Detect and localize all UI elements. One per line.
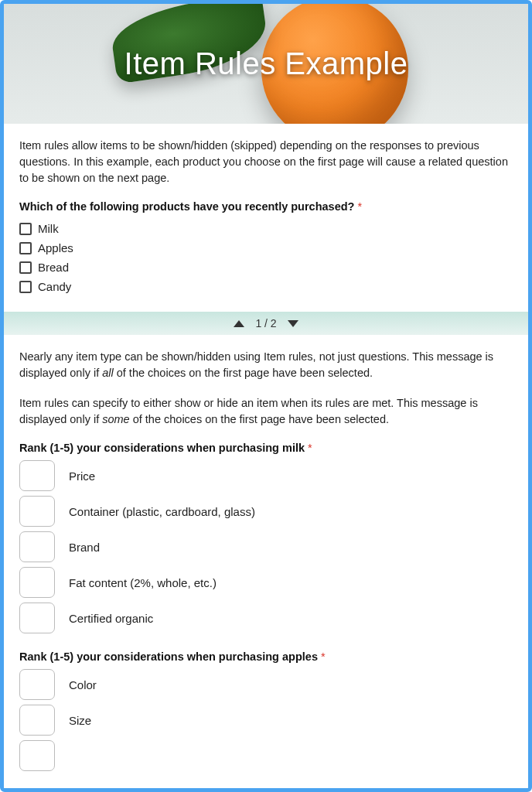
form-frame: Item Rules Example Item rules allow item… (0, 0, 532, 792)
rank-input[interactable] (19, 740, 55, 771)
checkbox-icon[interactable] (19, 261, 32, 274)
rank-input[interactable] (19, 705, 55, 736)
checkbox-item-bread[interactable]: Bread (19, 258, 513, 277)
form-header-banner: Item Rules Example (4, 4, 528, 124)
question-rank-milk-title: Rank (1-5) your considerations when purc… (19, 442, 513, 454)
rank-label: Certified organic (69, 612, 153, 625)
checkbox-label: Milk (38, 222, 59, 235)
question-products-title: Which of the following products have you… (19, 200, 513, 213)
required-marker: * (308, 442, 312, 454)
checkbox-icon[interactable] (19, 223, 32, 235)
checkbox-label: Candy (38, 280, 71, 293)
required-marker: * (357, 200, 362, 213)
rank-input[interactable] (19, 496, 55, 527)
checkbox-icon[interactable] (19, 242, 32, 254)
rank-input[interactable] (19, 567, 55, 598)
rank-item: Size (19, 705, 513, 736)
checkbox-list-products: Milk Apples Bread Candy (19, 219, 513, 296)
checkbox-item-milk[interactable]: Milk (19, 219, 513, 238)
rank-label: Size (69, 714, 91, 727)
msg2-post: of the choices on the first page have be… (130, 413, 389, 425)
rank-item: Container (plastic, cardboard, glass) (19, 496, 513, 527)
rank-input[interactable] (19, 603, 55, 633)
rank-item (19, 740, 513, 771)
required-marker: * (321, 650, 326, 663)
page-1-intro: Item rules allow items to be shown/hidde… (19, 138, 513, 186)
checkbox-label: Bread (38, 261, 69, 274)
rank-input[interactable] (19, 460, 55, 491)
msg1-post: of the choices on the first page have be… (114, 367, 373, 379)
pager-label: 1 / 2 (255, 317, 276, 329)
rank-input[interactable] (19, 531, 55, 562)
question-products-text: Which of the following products have you… (19, 200, 354, 213)
rank-label: Brand (69, 541, 100, 554)
rank-label: Fat content (2%, whole, etc.) (69, 576, 217, 589)
rank-label: Color (69, 678, 97, 691)
rank-list-apples: Color Size (19, 669, 513, 771)
rank-input[interactable] (19, 669, 55, 700)
checkbox-item-candy[interactable]: Candy (19, 277, 513, 296)
checkbox-label: Apples (38, 241, 73, 254)
rank-item: Price (19, 460, 513, 491)
msg2-em: some (102, 413, 129, 425)
question-rank-milk-text: Rank (1-5) your considerations when purc… (19, 442, 305, 454)
question-rank-apples-title: Rank (1-5) your considerations when purc… (19, 650, 513, 663)
rank-item: Color (19, 669, 513, 700)
triangle-down-icon[interactable] (288, 320, 298, 327)
page-2-message-all: Nearly any item type can be shown/hidden… (19, 349, 513, 381)
checkbox-icon[interactable] (19, 281, 32, 293)
rank-label: Price (69, 469, 95, 483)
rank-item: Fat content (2%, whole, etc.) (19, 567, 513, 598)
page-separator: 1 / 2 (4, 312, 528, 335)
page-2-message-some: Item rules can specify to either show or… (19, 395, 513, 428)
page-2-section: Nearly any item type can be shown/hidden… (4, 335, 528, 788)
form-title: Item Rules Example (124, 46, 408, 81)
page-1-section: Item rules allow items to be shown/hidde… (4, 124, 528, 312)
msg1-em: all (102, 367, 114, 379)
checkbox-item-apples[interactable]: Apples (19, 238, 513, 258)
rank-item: Brand (19, 531, 513, 562)
rank-label: Container (plastic, cardboard, glass) (69, 505, 255, 518)
rank-list-milk: Price Container (plastic, cardboard, gla… (19, 460, 513, 633)
question-rank-apples-text: Rank (1-5) your considerations when purc… (19, 650, 318, 663)
triangle-up-icon[interactable] (234, 320, 244, 327)
rank-item: Certified organic (19, 603, 513, 633)
